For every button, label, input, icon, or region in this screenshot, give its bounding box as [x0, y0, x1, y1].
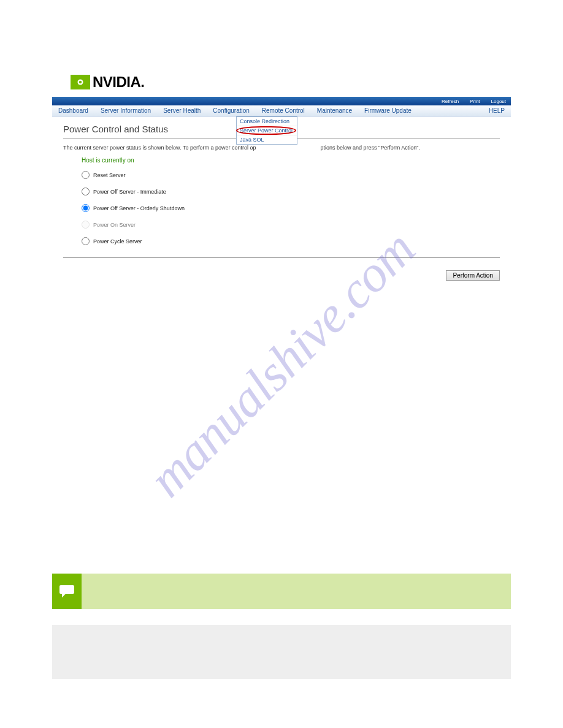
- option-reset-server[interactable]: Reset Server: [82, 171, 500, 179]
- separator: [63, 257, 500, 258]
- print-link[interactable]: Print: [470, 99, 480, 104]
- radio-off-orderly[interactable]: [82, 204, 90, 212]
- svg-point-1: [79, 81, 82, 83]
- menu-help[interactable]: HELP: [483, 107, 511, 114]
- main-menubar: Dashboard Server Information Server Heal…: [52, 105, 511, 116]
- menu-remote-control[interactable]: Remote Control: [256, 107, 311, 114]
- desc-prefix: The current server power status is shown…: [63, 145, 256, 151]
- remote-control-dropdown: Console Redirection Server Power Control…: [236, 116, 297, 145]
- logo-brand: NVIDIA: [93, 74, 140, 91]
- perform-action-button[interactable]: Perform Action: [446, 270, 500, 281]
- label-off-immediate: Power Off Server - Immediate: [93, 189, 166, 195]
- dropdown-server-power-control-label: Server Power Control: [240, 127, 293, 134]
- procedure-box: [52, 625, 511, 679]
- radio-cycle[interactable]: [82, 237, 90, 245]
- logout-link[interactable]: Logout: [491, 99, 506, 104]
- dropdown-server-power-control[interactable]: Server Power Control: [237, 126, 297, 135]
- menu-server-health[interactable]: Server Health: [157, 107, 207, 114]
- power-options: Reset Server Power Off Server - Immediat…: [82, 171, 500, 245]
- dropdown-java-sol[interactable]: Java SOL: [237, 135, 297, 144]
- host-status: Host is currently on: [82, 157, 500, 164]
- option-power-off-orderly[interactable]: Power Off Server - Orderly Shutdown: [82, 204, 500, 212]
- speech-bubble-icon: [52, 574, 82, 609]
- menu-dashboard[interactable]: Dashboard: [52, 107, 94, 114]
- label-reset: Reset Server: [93, 172, 126, 178]
- dropdown-console-redirection[interactable]: Console Redirection: [237, 117, 297, 126]
- logo: NVIDIA .: [71, 74, 511, 91]
- note-body: [82, 574, 511, 609]
- menu-configuration[interactable]: Configuration: [207, 107, 255, 114]
- refresh-link[interactable]: Refresh: [442, 99, 459, 104]
- note-block: [52, 574, 511, 609]
- radio-reset[interactable]: [82, 171, 90, 179]
- option-power-off-immediate[interactable]: Power Off Server - Immediate: [82, 188, 500, 195]
- desc-suffix: ptions below and press "Perform Action".: [321, 145, 420, 151]
- radio-off-immediate[interactable]: [82, 188, 90, 195]
- label-power-on: Power On Server: [93, 222, 136, 228]
- nvidia-eye-icon: [71, 75, 90, 89]
- page-description: The current server power status is shown…: [63, 145, 500, 151]
- logo-dot: .: [140, 74, 145, 91]
- option-power-cycle[interactable]: Power Cycle Server: [82, 237, 500, 245]
- menu-server-info[interactable]: Server Information: [94, 107, 157, 114]
- menu-firmware-update[interactable]: Firmware Update: [358, 107, 418, 114]
- option-power-on[interactable]: Power On Server: [82, 221, 500, 229]
- menu-maintenance[interactable]: Maintenance: [311, 107, 358, 114]
- radio-power-on: [82, 221, 90, 229]
- top-utility-bar: Refresh Print Logout: [52, 97, 511, 105]
- label-cycle: Power Cycle Server: [93, 238, 142, 245]
- label-off-orderly: Power Off Server - Orderly Shutdown: [93, 205, 185, 211]
